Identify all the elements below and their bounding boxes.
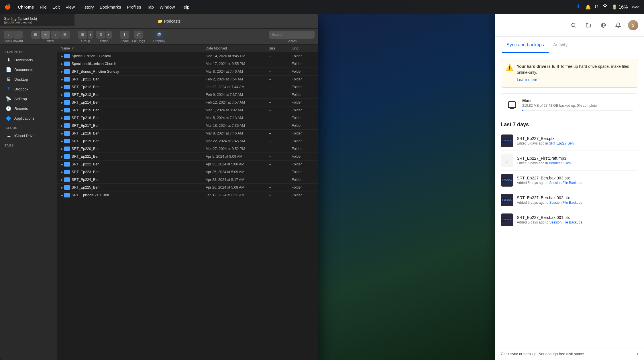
desktop-icon: 🖥 — [6, 77, 11, 82]
table-row[interactable]: ▶ SRT_Ep214_Ben Feb 12, 2024 at 7:57 AM … — [57, 99, 318, 106]
recent-meta-link[interactable]: SRT Ep227 Ben — [549, 141, 574, 145]
view-gallery-button[interactable]: ⊟ — [60, 31, 70, 39]
table-row[interactable]: ▶ SRT_Ep220_Ben Mar 27, 2024 at 9:52 PM … — [57, 145, 318, 153]
forward-button[interactable]: › — [13, 31, 23, 39]
table-row[interactable]: ▶ SRT_Ep219_Ben Mar 22, 2024 at 7:45 AM … — [57, 137, 318, 145]
table-row[interactable]: ▶ SRT_Ep218_Ben Mar 8, 2024 at 7:46 AM -… — [57, 130, 318, 137]
edit-tags-label: Edit Tags — [132, 39, 145, 43]
wifi-icon[interactable] — [602, 4, 608, 10]
file-size: -- — [269, 100, 292, 104]
recent-file-item[interactable]: SESSION SRT_Ep227_Ben.ptx Edited 5 days … — [501, 131, 638, 151]
view-list-button[interactable]: ≡ — [41, 31, 50, 39]
back-button[interactable]: ‹ — [4, 31, 13, 39]
table-row[interactable]: ▶ Special Edition – Biblical Dec 14, 202… — [57, 52, 318, 60]
toolbar-divider-1 — [27, 31, 27, 42]
column-header-size[interactable]: Size — [269, 46, 292, 50]
table-row[interactable]: ▶ SRT_Ep211_Ben Feb 2, 2024 at 7:54 AM -… — [57, 76, 318, 83]
tab-sync-and-backups[interactable]: Sync and backups — [502, 37, 549, 53]
warning-icon: ⚠️ — [506, 64, 513, 83]
table-row[interactable]: ▶ SRT_Ep216_Ben Mar 5, 2024 at 7:13 AM -… — [57, 114, 318, 122]
search-topbar-button[interactable] — [568, 20, 579, 30]
sidebar-item-airdrop[interactable]: 📡 AirDrop — [1, 94, 56, 104]
table-row[interactable]: ▶ SRT_Ep215_Ben Mar 1, 2024 at 8:02 AM -… — [57, 106, 318, 114]
recent-meta-link[interactable]: Session File Backups — [549, 220, 582, 224]
group-button[interactable]: ⊞ — [78, 31, 87, 39]
menu-view[interactable]: View — [66, 5, 75, 9]
sidebar-item-documents[interactable]: 📄 Documents — [1, 65, 56, 74]
file-date: Apr 26, 2024 at 5:08 AM — [206, 185, 269, 189]
action-button[interactable]: ⚙ — [96, 31, 105, 39]
menu-bookmarks[interactable]: Bookmarks — [100, 5, 121, 9]
battery-icon[interactable]: 🔋 16% — [612, 4, 628, 10]
action-dropdown-button[interactable]: ▾ — [106, 31, 112, 39]
menu-profiles[interactable]: Profiles — [127, 5, 141, 9]
apple-menu[interactable]: 🍎 — [5, 4, 11, 10]
column-header-kind[interactable]: Kind — [292, 46, 315, 50]
column-header-name[interactable]: Name ▼ — [61, 46, 206, 50]
sidebar-item-applications[interactable]: 🔷 Applications — [1, 114, 56, 123]
recent-file-item[interactable]: ♪ SRT_Ep227_FirstDraft.mp3 Edited 5 days… — [501, 151, 638, 171]
row-arrow: ▶ — [61, 78, 63, 81]
recent-meta-link[interactable]: Session File Backups — [549, 181, 582, 185]
menu-file[interactable]: File — [40, 5, 47, 9]
learn-more-link[interactable]: Learn more — [517, 77, 633, 83]
table-row[interactable]: ▶ SRT_Ep213_Ben Feb 9, 2024 at 7:37 AM -… — [57, 91, 318, 99]
row-arrow: ▶ — [61, 139, 63, 143]
table-row[interactable]: ▶ SRT_Ep212_Ben Jan 29, 2024 at 7:44 AM … — [57, 83, 318, 91]
recent-meta-prefix: Added 5 days ago to — [517, 201, 549, 205]
menu-help[interactable]: Help — [180, 5, 189, 9]
share-button[interactable]: ⬆ — [120, 31, 129, 39]
sidebar-item-downloads[interactable]: ⬇ Downloads — [1, 55, 56, 65]
cant-sync-chevron[interactable]: › — [637, 351, 638, 356]
table-row[interactable]: ▶ SRT_Ep217_Ben Mar 18, 2024 at 7:35 AM … — [57, 122, 318, 130]
recent-file-item[interactable]: SESSION SRT_Ep227_Ben.bak.002.ptx Added … — [501, 190, 638, 210]
menu-history[interactable]: History — [80, 5, 94, 9]
menu-app-name[interactable]: Chrome — [18, 5, 34, 9]
table-row[interactable]: ▶ Special editi...erican Church Mar 17, … — [57, 60, 318, 68]
recent-meta-link[interactable]: Session File Backups — [549, 201, 582, 205]
sidebar-item-dropbox[interactable]: Dropbox — [1, 84, 56, 94]
folder-topbar-button[interactable] — [583, 20, 594, 30]
sidebar-item-icloud-drive[interactable]: ☁ iCloud Drive — [1, 131, 56, 141]
file-size: -- — [269, 178, 292, 182]
table-row[interactable]: ▶ SRT_Ep223_Ben Apr 25, 2024 at 5:09 AM … — [57, 168, 318, 176]
recent-meta-link[interactable]: Bounced Files — [549, 161, 571, 165]
user-avatar[interactable]: S — [628, 20, 638, 30]
view-grid-button[interactable]: ⊞ — [31, 31, 40, 39]
view-columns-button[interactable]: ⫾ — [51, 31, 60, 39]
file-size: -- — [269, 124, 292, 128]
sidebar-label-applications: Applications — [14, 116, 34, 120]
table-row[interactable]: ▶ SRT_Ep221_Ben Apr 5, 2024 at 8:09 AM -… — [57, 153, 318, 161]
folder-row-icon — [64, 170, 70, 174]
file-date: Mar 17, 2021 at 9:55 PM — [206, 62, 269, 66]
search-input[interactable] — [269, 31, 315, 39]
menu-window[interactable]: Window — [160, 5, 175, 9]
table-row[interactable]: ▶ SRT_Bonus_R...ction Sunday Mar 8, 2024… — [57, 68, 318, 76]
recent-files-container: SESSION SRT_Ep227_Ben.ptx Edited 5 days … — [501, 131, 638, 230]
folder-row-icon — [64, 154, 70, 159]
grammarly-icon[interactable]: G — [595, 4, 598, 9]
globe-topbar-button[interactable] — [598, 20, 608, 30]
recent-file-item[interactable]: SESSION SRT_Ep227_Ben.bak.003.ptx Added … — [501, 171, 638, 190]
menu-tab[interactable]: Tab — [147, 5, 154, 9]
table-row[interactable]: ▶ SRT_Ep224_Ben Apr 23, 2024 at 5:17 AM … — [57, 176, 318, 184]
file-date: Apr 23, 2024 at 5:17 AM — [206, 178, 269, 182]
table-row[interactable]: ▶ SRT_Episode 210_Ben Jan 12, 2024 at 8:… — [57, 191, 318, 199]
column-header-date[interactable]: Date Modified — [206, 46, 269, 50]
table-row[interactable]: ▶ SRT_Ep225_Ben Apr 26, 2024 at 5:08 AM … — [57, 184, 318, 191]
menu-edit[interactable]: Edit — [52, 5, 60, 9]
sidebar-item-recents[interactable]: 🕐 Recents — [1, 104, 56, 113]
tab-activity[interactable]: Activity — [549, 37, 572, 53]
edit-tags-button[interactable]: 🏷 — [134, 31, 143, 39]
file-date: Jan 12, 2024 at 8:56 AM — [206, 193, 269, 197]
group-dropdown-button[interactable]: ▾ — [88, 31, 93, 39]
sidebar-item-desktop[interactable]: 🖥 Desktop — [1, 75, 56, 84]
bell-topbar-button[interactable] — [613, 20, 623, 30]
recent-file-item[interactable]: SESSION SRT_Ep227_Ben.bak.001.ptx Added … — [501, 210, 638, 230]
table-row[interactable]: ▶ SRT_Ep222_Ben Apr 25, 2024 at 5:08 AM … — [57, 161, 318, 168]
dropbox-menubar-icon[interactable] — [576, 3, 581, 10]
dropbox-toolbar-button[interactable]: 📦 — [155, 31, 164, 39]
notification-center-icon[interactable]: 🔔 — [585, 4, 591, 10]
warning-text: Your hard drive is full! To free up hard… — [517, 64, 633, 83]
file-kind: Folder — [292, 108, 315, 112]
